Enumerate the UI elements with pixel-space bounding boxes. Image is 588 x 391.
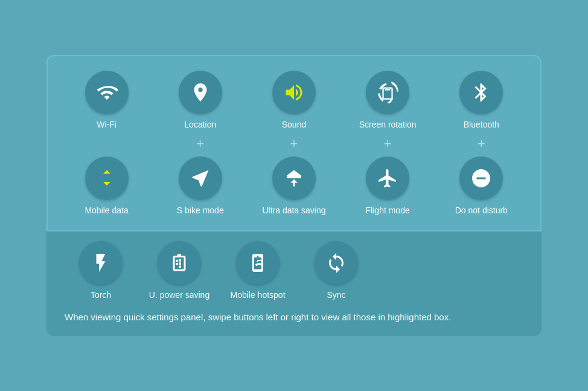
- sound-icon: [283, 82, 305, 103]
- plus-spacer-5: +: [445, 136, 517, 152]
- screen-rotation-toggle[interactable]: Screen rotation: [351, 71, 424, 130]
- sound-toggle[interactable]: Sound: [258, 71, 330, 130]
- location-label: Location: [184, 119, 216, 130]
- wifi-label: Wi-Fi: [97, 119, 117, 130]
- torch-icon-circle: [79, 241, 123, 285]
- mobile-hotspot-label: Mobile hotspot: [230, 289, 285, 300]
- bluetooth-label: Bluetooth: [464, 119, 499, 130]
- sync-icon-circle: [315, 241, 358, 285]
- flight-mode-icon-circle: [366, 157, 409, 200]
- bluetooth-toggle[interactable]: Bluetooth: [445, 71, 517, 130]
- top-panel: Wi-Fi Location Sound: [46, 55, 542, 231]
- mobile-data-icon-circle: [85, 157, 129, 200]
- mobile-hotspot-icon-circle: [236, 241, 280, 285]
- torch-label: Torch: [91, 289, 111, 300]
- u-power-saving-toggle[interactable]: U. power saving: [143, 241, 216, 300]
- s-bike-mode-icon: [190, 167, 211, 189]
- mobile-hotspot-icon: [247, 252, 269, 274]
- quick-settings-container: Wi-Fi Location Sound: [46, 55, 542, 336]
- do-not-disturb-icon-circle: [459, 157, 503, 200]
- flight-mode-icon: [377, 167, 398, 189]
- mobile-data-icon: [96, 167, 118, 189]
- screen-rotation-label: Screen rotation: [359, 119, 417, 130]
- ultra-data-saving-label: Ultra data saving: [262, 205, 325, 216]
- u-power-saving-icon-circle: [158, 241, 201, 285]
- wifi-icon-circle: [85, 71, 129, 114]
- icon-row-1: Wi-Fi Location Sound: [60, 71, 528, 130]
- plus-spacer-3: +: [258, 136, 330, 152]
- s-bike-mode-toggle[interactable]: S bike mode: [164, 157, 237, 216]
- location-icon: [190, 82, 211, 103]
- icon-row-2: Mobile data S bike mode Ultra data s: [60, 157, 528, 216]
- u-power-saving-icon: [168, 252, 190, 274]
- ultra-data-saving-icon-circle: [272, 157, 316, 200]
- sync-icon: [325, 252, 347, 274]
- screen-rotation-icon-circle: [366, 71, 409, 114]
- sound-label: Sound: [282, 119, 306, 130]
- bottom-icon-row: Torch U. power saving M: [59, 241, 529, 300]
- screen-rotation-icon: [377, 82, 398, 103]
- flight-mode-toggle[interactable]: Flight mode: [351, 157, 424, 216]
- do-not-disturb-toggle[interactable]: Do not disturb: [445, 157, 517, 216]
- sync-toggle[interactable]: Sync: [300, 241, 372, 300]
- do-not-disturb-icon: [470, 167, 492, 189]
- flight-mode-label: Flight mode: [366, 205, 410, 216]
- torch-toggle[interactable]: Torch: [65, 241, 137, 300]
- bluetooth-icon: [470, 82, 492, 103]
- plus-spacer-2: +: [164, 136, 237, 152]
- s-bike-mode-label: S bike mode: [177, 205, 224, 216]
- sound-icon-circle: [272, 71, 316, 114]
- u-power-saving-label: U. power saving: [149, 289, 209, 300]
- info-text: When viewing quick settings panel, swipe…: [59, 311, 529, 325]
- bottom-panel: Torch U. power saving M: [46, 231, 542, 336]
- plus-spacer-4: +: [351, 136, 424, 152]
- ultra-data-saving-icon: [283, 167, 305, 189]
- bluetooth-icon-circle: [459, 71, 503, 114]
- mobile-data-label: Mobile data: [85, 205, 128, 216]
- location-toggle[interactable]: Location: [164, 71, 237, 130]
- mobile-hotspot-toggle[interactable]: Mobile hotspot: [222, 241, 294, 300]
- ultra-data-saving-toggle[interactable]: Ultra data saving: [258, 157, 330, 216]
- sync-label: Sync: [327, 289, 345, 300]
- torch-icon: [90, 252, 112, 274]
- location-icon-circle: [179, 71, 222, 114]
- do-not-disturb-label: Do not disturb: [455, 205, 508, 216]
- wifi-icon: [96, 82, 118, 103]
- mobile-data-toggle[interactable]: Mobile data: [71, 157, 143, 216]
- s-bike-mode-icon-circle: [179, 157, 222, 200]
- plus-row: + + + +: [60, 135, 528, 157]
- wifi-toggle[interactable]: Wi-Fi: [71, 71, 143, 130]
